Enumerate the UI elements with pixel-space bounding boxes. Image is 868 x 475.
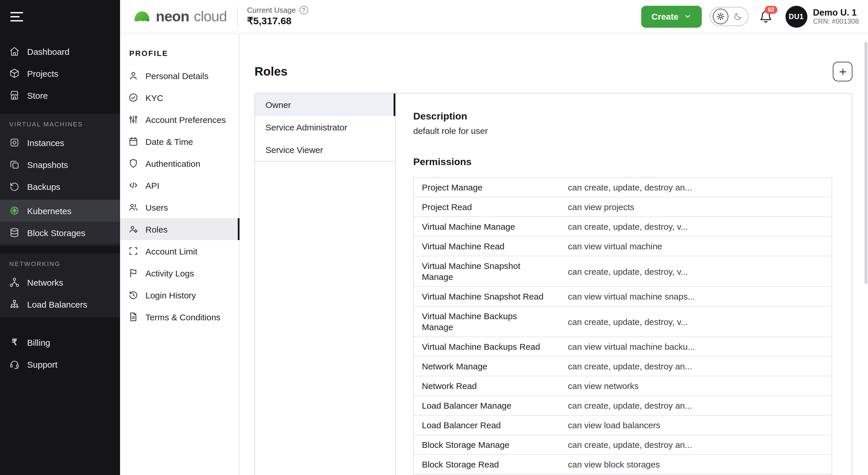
permissions-heading: Permissions (413, 156, 832, 168)
database-icon (9, 227, 20, 238)
permission-name: Virtual Machine Snapshot Manage (414, 256, 568, 286)
shield-icon (128, 158, 138, 168)
sidebar-item-projects[interactable]: Projects (0, 62, 120, 84)
user-name: Demo U. 1 (813, 7, 859, 18)
sidebar-item-store[interactable]: Store (0, 84, 120, 106)
sidebar-item-support[interactable]: Support (0, 353, 120, 375)
permission-row: Project Managecan create, update, destro… (414, 178, 832, 197)
role-item-service-administrator[interactable]: Service Administrator (255, 116, 395, 138)
permission-description: can view load balancers (568, 416, 832, 435)
brand-name-bold: neon (156, 8, 189, 25)
dark-mode-button[interactable] (730, 9, 745, 24)
profile-nav-authentication[interactable]: Authentication (120, 152, 239, 174)
notification-badge: 62 (765, 5, 777, 13)
snapshot-icon (9, 159, 20, 170)
sidebar-item-billing[interactable]: ₹ Billing (0, 331, 120, 353)
permission-name: Network Manage (414, 357, 568, 376)
brand-logo[interactable]: neon cloud (133, 8, 227, 25)
usage-label: Current Usage (247, 6, 296, 14)
profile-nav-account-limit[interactable]: Account Limit (120, 240, 239, 262)
permission-row: Virtual Machine Managecan create, update… (414, 217, 832, 236)
profile-nav-api[interactable]: API (120, 174, 239, 196)
page-scrollbar[interactable] (865, 41, 867, 284)
permission-name: Block Storage Manage (414, 435, 568, 454)
page-header: Roles (254, 34, 852, 82)
add-role-button[interactable] (833, 62, 852, 82)
permission-description: can view virtual machine backu... (568, 337, 832, 356)
neon-cloud-logo-icon (133, 9, 151, 23)
permission-name: Block Storage Read (414, 455, 568, 474)
profile-nav-roles[interactable]: Roles (120, 218, 239, 240)
chevron-down-icon (684, 13, 691, 20)
role-item-owner[interactable]: Owner (255, 94, 395, 116)
flag-icon (128, 268, 138, 278)
profile-heading: PROFILE (129, 49, 239, 58)
permission-description: can view block storages (568, 455, 832, 474)
topbar: neon cloud Current Usage ? ₹5,317.68 Cre… (120, 0, 868, 33)
code-icon (128, 180, 138, 190)
profile-nav-personal-details[interactable]: Personal Details (120, 65, 239, 87)
sidebar-item-label: Projects (27, 68, 58, 78)
sidebar-item-label: Networks (27, 277, 63, 287)
user-menu[interactable]: DU1 Demo U. 1 CRN: #001308 (785, 5, 859, 27)
permission-name: Load Balancer Read (414, 416, 568, 435)
home-icon (9, 46, 20, 57)
profile-nav-label: Account Limit (146, 246, 197, 256)
profile-nav-label: KYC (146, 93, 163, 102)
instance-icon (9, 137, 20, 148)
brand-name-light: cloud (194, 8, 227, 25)
moon-icon (733, 12, 742, 21)
help-icon[interactable]: ? (299, 6, 308, 14)
permission-row: Load Balancer Readcan view load balancer… (414, 416, 832, 435)
sidebar-section-networking: NETWORKING Networks Load Balancers (0, 253, 120, 317)
permission-row: Virtual Machine Readcan view virtual mac… (414, 236, 832, 256)
profile-nav-terms-conditions[interactable]: Terms & Conditions (120, 306, 239, 328)
plus-icon (838, 67, 847, 76)
storefront-icon (9, 90, 20, 100)
profile-nav-label: Activity Logs (146, 268, 194, 278)
profile-nav-account-preferences[interactable]: Account Preferences (120, 108, 239, 130)
notifications-button[interactable]: 62 (758, 9, 773, 23)
sidebar-item-instances[interactable]: Instances (0, 132, 120, 154)
sidebar-item-load-balancers[interactable]: Load Balancers (0, 293, 120, 315)
create-button[interactable]: Create (641, 5, 702, 27)
permission-name: Load Balancer Manage (414, 396, 568, 415)
sidebar-item-dashboard[interactable]: Dashboard (0, 40, 120, 62)
user-info: Demo U. 1 CRN: #001308 (813, 7, 859, 26)
sidebar-item-backups[interactable]: Backups (0, 176, 120, 197)
role-item-service-viewer[interactable]: Service Viewer (255, 138, 395, 161)
frame-corners-icon (128, 246, 138, 256)
permission-name: Virtual Machine Backups Read (414, 337, 568, 356)
profile-nav-activity-logs[interactable]: Activity Logs (120, 262, 239, 284)
load-balancer-icon (9, 299, 20, 309)
profile-nav-kyc[interactable]: KYC (120, 87, 239, 108)
permission-description: can create, update, destroy an... (568, 178, 832, 197)
light-mode-button[interactable] (712, 9, 728, 24)
create-button-label: Create (652, 11, 678, 21)
permission-row: Virtual Machine Backups Managecan create… (414, 307, 832, 337)
permission-name: Project Manage (414, 178, 568, 197)
sidebar-item-kubernetes[interactable]: Kubernetes (0, 200, 120, 222)
roles-list-panel: Owner Service Administrator Service View… (255, 94, 396, 475)
permission-name: Virtual Machine Snapshot Read (414, 287, 568, 306)
profile-nav-login-history[interactable]: Login History (120, 284, 239, 306)
profile-nav-date-time[interactable]: Date & Time (120, 130, 239, 152)
permission-row: Project Readcan view projects (414, 197, 832, 217)
profile-nav-label: Users (146, 202, 168, 212)
user-gear-icon (128, 224, 138, 234)
sidebar-item-label: Store (27, 90, 48, 100)
description-text: default role for user (413, 126, 832, 136)
sidebar-item-snapshots[interactable]: Snapshots (0, 154, 120, 176)
usage-value: ₹5,317.68 (247, 15, 308, 27)
permission-name: Project Read (414, 197, 568, 216)
sidebar-item-block-storages[interactable]: Block Storages (0, 222, 120, 244)
profile-sidebar: PROFILE Personal Details KYC Account Pre… (120, 34, 240, 475)
permission-row: Network Readcan view networks (414, 376, 832, 396)
permission-description: can create, update, destroy, v... (568, 262, 832, 281)
profile-nav-label: Personal Details (146, 71, 208, 81)
permission-description: can create, update, destroy an... (568, 357, 832, 376)
profile-nav-users[interactable]: Users (120, 196, 239, 218)
clock-history-icon (128, 290, 138, 300)
sidebar-item-networks[interactable]: Networks (0, 271, 120, 293)
menu-toggle-button[interactable] (7, 8, 27, 25)
